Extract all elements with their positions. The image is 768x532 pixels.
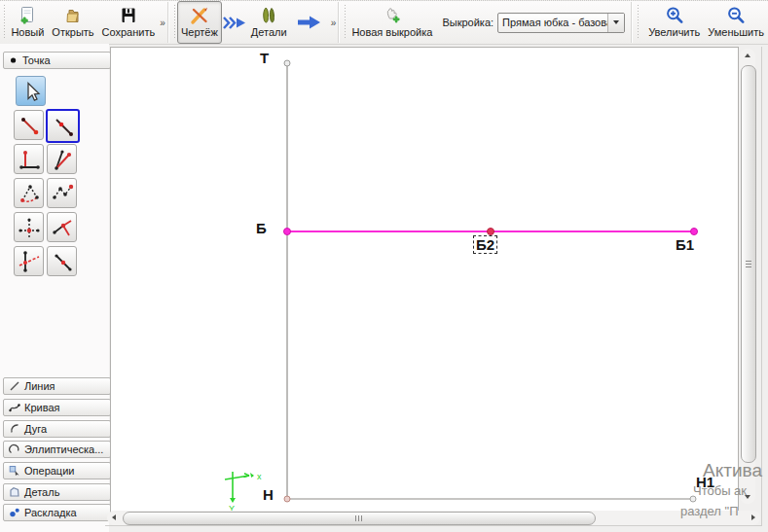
thumb-grip-icon — [355, 515, 363, 521]
line-dashed-cross-icon — [18, 250, 41, 273]
open-button[interactable]: Открыть — [48, 1, 97, 44]
zoom-out-button[interactable]: Уменьшить — [704, 1, 768, 44]
new-pattern-button[interactable]: Новая выкройка — [347, 1, 436, 44]
triangle-up-icon — [745, 53, 750, 57]
point-b2[interactable] — [488, 229, 494, 235]
details-mode-button[interactable]: Детали — [247, 1, 291, 44]
point-dot-icon — [9, 55, 18, 65]
section-line[interactable]: Линия — [3, 377, 111, 395]
section-operations-label: Операции — [24, 465, 74, 477]
tools-sidebar: Точка — [0, 44, 109, 532]
zoom-in-icon — [664, 4, 685, 26]
perpendicular-dashed-tool-button[interactable] — [14, 246, 44, 276]
toolbar-drag-handle[interactable] — [344, 5, 346, 40]
dotted-cross-icon — [18, 216, 41, 239]
point-label-b2-selected[interactable]: Б2 — [473, 235, 497, 254]
point-intersect-lines-tool-button[interactable] — [47, 212, 77, 242]
thumb-grip-icon — [746, 261, 751, 268]
segment-midpoint-icon — [51, 250, 74, 273]
section-point-label: Точка — [22, 54, 51, 66]
pattern-select-dropdown-button[interactable] — [607, 14, 624, 32]
detail-piece-icon — [9, 486, 20, 498]
select-tool-button[interactable] — [16, 76, 46, 106]
forward-arrow-icon — [297, 15, 322, 30]
draw-mode-label: Чертёж — [181, 26, 218, 38]
forward-double-arrow-icon — [222, 16, 247, 30]
open-button-label: Открыть — [52, 26, 93, 38]
main-toolbar: Новый Открыть Сохранить » — [0, 0, 768, 45]
drawing-canvas[interactable]: x Y — [110, 47, 739, 513]
bisector-icon — [51, 148, 74, 171]
curve-icon — [9, 402, 20, 413]
application-window: Новый Открыть Сохранить » — [0, 0, 768, 532]
toolbar-overflow-chevron[interactable]: » — [159, 18, 166, 28]
pencil-cross-icon — [189, 4, 210, 26]
point-along-perpendicular-tool-button[interactable] — [14, 144, 44, 174]
layout-dots-icon — [9, 507, 20, 518]
line-red-midpoint-icon — [52, 115, 75, 138]
point-n1[interactable] — [690, 496, 696, 502]
line-red-endpoint-icon — [18, 114, 41, 137]
point-b1[interactable] — [691, 229, 698, 235]
ellipse-arc-icon — [9, 443, 20, 455]
point-label-b1[interactable]: Б1 — [676, 237, 694, 252]
save-floppy-icon — [118, 4, 139, 26]
point-along-line-tool-button[interactable] — [46, 109, 80, 143]
vertical-scrollbar[interactable] — [740, 49, 755, 504]
pattern-select[interactable]: Прямая юбка - базовая основа — [497, 13, 625, 33]
new-button-label: Новый — [11, 26, 44, 38]
intersect-lines-icon — [51, 216, 74, 239]
point-label-t[interactable]: Т — [260, 51, 269, 65]
point-label-n[interactable]: Н — [263, 487, 274, 502]
zoom-in-button[interactable]: Увеличить — [644, 1, 704, 44]
section-operations[interactable]: Операции — [3, 462, 111, 479]
scroll-left-button[interactable] — [107, 511, 121, 524]
point-at-shoulder-tool-button[interactable] — [14, 178, 44, 208]
pattern-select-label: Выкройка: — [442, 17, 494, 28]
new-pattern-label: Новая выкройка — [351, 26, 432, 38]
scroll-right-button[interactable] — [747, 511, 760, 524]
point-label-b[interactable]: Б — [256, 221, 267, 235]
section-elliptical-label: Эллиптическа... — [24, 443, 103, 455]
toolbar-drag-handle[interactable] — [173, 5, 175, 40]
view-frame-edge — [761, 47, 762, 526]
vertical-scrollbar-thumb[interactable] — [741, 65, 756, 463]
scroll-down-button[interactable] — [741, 490, 754, 504]
section-curve[interactable]: Кривая — [3, 399, 111, 416]
point-along-bisector-tool-button[interactable] — [47, 144, 77, 174]
save-button[interactable]: Сохранить — [98, 1, 160, 44]
point-n[interactable] — [284, 496, 290, 502]
triangle-axis-point-tool-button[interactable] — [14, 212, 44, 242]
horizontal-scrollbar[interactable] — [107, 511, 760, 525]
section-line-label: Линия — [24, 380, 55, 392]
dotted-triangle-icon — [18, 182, 41, 205]
section-detail[interactable]: Деталь — [3, 483, 111, 501]
section-elliptical[interactable]: Эллиптическа... — [3, 441, 111, 458]
section-layout[interactable]: Раскладка — [3, 504, 111, 521]
zoom-out-label: Уменьшить — [708, 26, 764, 38]
dotted-zigzag-icon — [51, 182, 74, 205]
section-arc[interactable]: Дуга — [3, 420, 111, 438]
midpoint-segment-tool-button[interactable] — [47, 246, 77, 276]
pattern-select-value: Прямая юбка - базовая основа — [498, 17, 607, 28]
point-label-n1[interactable]: Н1 — [696, 475, 714, 489]
point-b[interactable] — [284, 229, 291, 235]
toolbar-overflow-chevron[interactable]: » — [330, 18, 338, 28]
zoom-out-icon — [725, 4, 747, 26]
draw-mode-button[interactable]: Чертёж — [177, 1, 222, 44]
scroll-up-button[interactable] — [741, 49, 754, 62]
toolbar-separator — [338, 2, 340, 43]
section-point[interactable]: Точка — [3, 52, 111, 69]
toolbar-drag-handle[interactable] — [637, 5, 639, 40]
point-of-contact-tool-button[interactable] — [47, 178, 77, 208]
pattern-pieces-icon — [258, 4, 279, 26]
zoom-in-label: Увеличить — [648, 26, 700, 38]
horizontal-scrollbar-thumb[interactable] — [123, 512, 596, 525]
save-button-label: Сохранить — [102, 26, 156, 38]
line-icon — [9, 380, 20, 392]
toolbar-drag-handle[interactable] — [3, 5, 5, 40]
point-at-distance-angle-tool-button[interactable] — [14, 110, 44, 140]
point-t[interactable] — [284, 60, 290, 66]
new-button[interactable]: Новый — [7, 1, 48, 44]
section-layout-label: Раскладка — [24, 507, 77, 518]
